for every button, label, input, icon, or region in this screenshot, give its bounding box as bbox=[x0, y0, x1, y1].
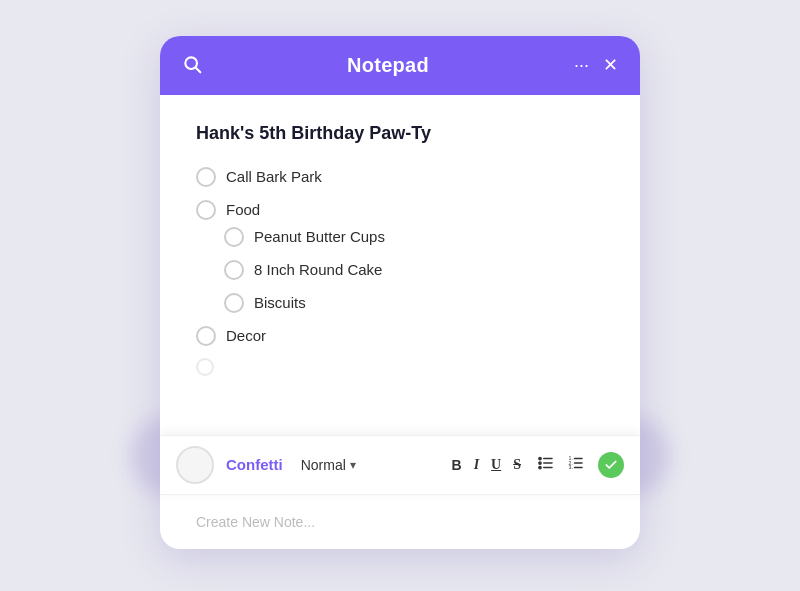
list-buttons: 1. 2. 3. bbox=[534, 452, 588, 477]
svg-point-7 bbox=[539, 466, 541, 468]
checklist-item[interactable]: Peanut Butter Cups bbox=[224, 226, 604, 247]
item-label-8-inch-cake: 8 Inch Round Cake bbox=[254, 259, 382, 280]
checklist-item[interactable]: Food bbox=[196, 199, 604, 220]
item-label-peanut-butter-cups: Peanut Butter Cups bbox=[254, 226, 385, 247]
app-wrapper: Notepad ··· ✕ Hank's 5th Birthday Paw-Ty… bbox=[160, 36, 640, 556]
checklist-item[interactable]: 8 Inch Round Cake bbox=[224, 259, 604, 280]
underline-button[interactable]: U bbox=[488, 455, 504, 475]
checklist-item[interactable]: Call Bark Park bbox=[196, 166, 604, 187]
confirm-button[interactable] bbox=[598, 452, 624, 478]
partial-item-hint bbox=[196, 358, 604, 376]
checklist-item[interactable]: Decor bbox=[196, 325, 604, 346]
checkbox-call-bark-park[interactable] bbox=[196, 167, 216, 187]
notepad-card: Notepad ··· ✕ Hank's 5th Birthday Paw-Ty… bbox=[160, 36, 640, 549]
svg-text:3.: 3. bbox=[569, 464, 573, 470]
more-options-icon[interactable]: ··· bbox=[574, 56, 589, 74]
checkbox-peanut-butter-cups[interactable] bbox=[224, 227, 244, 247]
checkbox-8-inch-cake[interactable] bbox=[224, 260, 244, 280]
unordered-list-icon[interactable] bbox=[534, 452, 558, 477]
search-icon[interactable] bbox=[182, 54, 202, 77]
note-title: Hank's 5th Birthday Paw-Ty bbox=[196, 123, 604, 144]
style-selector[interactable]: Normal ▾ bbox=[301, 457, 356, 473]
bold-button[interactable]: B bbox=[449, 455, 465, 475]
notepad-title: Notepad bbox=[347, 54, 429, 77]
formatting-toolbar: Confetti Normal ▾ B I U S bbox=[160, 435, 640, 494]
strikethrough-button[interactable]: S bbox=[510, 455, 524, 475]
checkbox-food[interactable] bbox=[196, 200, 216, 220]
user-avatar bbox=[176, 446, 214, 484]
notepad-content: Hank's 5th Birthday Paw-Ty Call Bark Par… bbox=[160, 95, 640, 435]
svg-line-1 bbox=[196, 67, 201, 72]
font-name-label[interactable]: Confetti bbox=[226, 456, 283, 473]
create-note-placeholder[interactable]: Create New Note... bbox=[196, 514, 315, 530]
svg-point-6 bbox=[539, 462, 541, 464]
item-label-food: Food bbox=[226, 199, 260, 220]
checkbox-decor[interactable] bbox=[196, 326, 216, 346]
item-label-biscuits: Biscuits bbox=[254, 292, 306, 313]
close-icon[interactable]: ✕ bbox=[603, 56, 618, 74]
italic-button[interactable]: I bbox=[471, 455, 482, 475]
style-chevron-icon: ▾ bbox=[350, 458, 356, 472]
svg-point-5 bbox=[539, 457, 541, 459]
checklist-item[interactable]: Biscuits bbox=[224, 292, 604, 313]
notepad-footer[interactable]: Create New Note... bbox=[160, 494, 640, 549]
ordered-list-icon[interactable]: 1. 2. 3. bbox=[564, 452, 588, 477]
header-right-controls: ··· ✕ bbox=[574, 56, 618, 74]
format-buttons: B I U S bbox=[449, 455, 525, 475]
notepad-header: Notepad ··· ✕ bbox=[160, 36, 640, 95]
item-label-call-bark-park: Call Bark Park bbox=[226, 166, 322, 187]
style-label: Normal bbox=[301, 457, 346, 473]
checkbox-biscuits[interactable] bbox=[224, 293, 244, 313]
header-left-controls bbox=[182, 54, 202, 77]
item-label-decor: Decor bbox=[226, 325, 266, 346]
